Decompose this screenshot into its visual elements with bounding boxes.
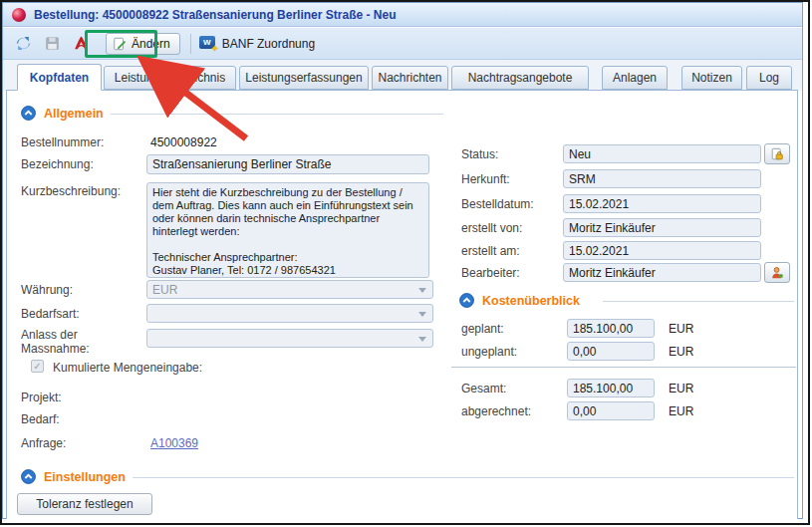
gesamt-field: 185.100,00 [567,379,655,397]
tab-leistungserfassungen[interactable]: Leistungserfassungen [239,66,369,90]
save-icon[interactable] [44,35,61,52]
title-bar: Bestellung: 4500008922 Straßensanierung … [3,3,802,27]
app-sphere-icon [11,7,27,23]
herkunft-label: Herkunft: [461,172,510,186]
anfrage-label: Anfrage: [21,436,66,450]
section-line [603,301,794,302]
section-allgemein: Allgemein [21,106,104,121]
kurzbeschreibung-label: Kurzbeschreibung: [21,184,121,198]
kurzbeschreibung-textarea[interactable]: Hier steht die Kurzbeschreibung zu der B… [146,182,429,278]
bearbeiter-label: Bearbeiter: [461,266,520,280]
erstellt-von-label: erstellt von: [461,221,522,235]
bearbeiter-field: Moritz Einkäufer [563,263,761,282]
tab-strip: Kopfdaten Leistungsverzeichnis Leistungs… [3,60,802,91]
bedarfsart-select[interactable] [146,304,433,323]
collapse-arrow-icon[interactable] [21,469,36,484]
kopfdaten-panel: Allgemein Bestellnummer: 4500008922 Beze… [6,90,798,519]
bezeichnung-label: Bezeichnung: [21,157,94,171]
window-title: Bestellung: 4500008922 Straßensanierung … [34,8,396,22]
section-line [111,114,443,115]
herkunft-field: SRM [563,169,761,188]
currency-label: EUR [669,404,693,418]
bestelldatum-field: 15.02.2021 [563,194,761,213]
person-icon [770,266,784,280]
erstellt-von-field: Moritz Einkäufer [563,218,761,237]
currency-label: EUR [669,322,693,336]
bedarf-label: Bedarf: [21,412,60,426]
bestellnummer-value: 4500008922 [150,135,217,149]
refresh-icon[interactable] [15,35,32,52]
application-window: Bestellung: 4500008922 Straßensanierung … [2,2,803,519]
toleranz-festlegen-button[interactable]: Toleranz festlegen [17,493,152,515]
tab-nachrichten[interactable]: Nachrichten [372,66,448,90]
waehrung-select[interactable]: EUR [146,280,433,299]
anlass-label: Anlass der Massnahme: [21,328,133,356]
bestellnummer-label: Bestellnummer: [21,135,104,149]
section-allgemein-title: Allgemein [44,107,104,121]
status-field: Neu [563,144,761,163]
kosten-divider [451,367,796,368]
tab-log[interactable]: Log [746,66,792,90]
geplant-field: 185.100,00 [567,319,655,338]
bedarfsart-label: Bedarfsart: [21,307,80,321]
currency-label: EUR [669,382,693,395]
section-line [133,477,794,478]
tab-leistungsverzeichnis[interactable]: Leistungsverzeichnis [104,66,236,90]
tab-kopfdaten[interactable]: Kopfdaten [17,64,102,91]
banf-label: BANF Zuordnung [222,37,315,51]
status-history-button[interactable] [764,143,790,164]
collapse-arrow-icon[interactable] [21,106,36,121]
bezeichnung-field[interactable]: Straßensanierung Berliner Straße [146,154,429,174]
banf-transaction-icon: W✦ [199,36,217,51]
anlass-select[interactable] [146,329,433,348]
collapse-arrow-icon[interactable] [459,293,474,308]
section-einstellungen: Einstellungen [21,469,126,484]
waehrung-label: Währung: [21,283,73,297]
ungeplant-field: 0,00 [567,342,655,361]
toolbar-separator [190,34,191,54]
section-kosten-title: Kostenüberblick [482,294,580,308]
banf-zuordnung-button[interactable]: W✦ BANF Zuordnung [199,36,315,51]
geplant-label: geplant: [461,322,504,336]
tab-notizen[interactable]: Notizen [681,66,742,90]
tab-nachtragsangebote[interactable]: Nachtragsangebote [451,66,589,90]
erstellt-am-field: 15.02.2021 [563,241,761,260]
document-lock-icon [770,147,784,161]
kumulierte-label: Kumulierte Mengeneingabe: [53,361,202,375]
currency-label: EUR [669,345,693,359]
abgerechnet-label: abgerechnet: [461,404,531,418]
status-label: Status: [461,147,498,161]
abgerechnet-field: 0,00 [567,401,655,420]
kumulierte-checkbox[interactable]: ✓ [31,360,44,373]
tab-anlagen[interactable]: Anlagen [602,66,668,90]
gesamt-label: Gesamt: [461,382,506,395]
section-einstellungen-title: Einstellungen [44,470,126,484]
annotation-highlight-box [85,30,157,58]
ungeplant-label: ungeplant: [461,345,517,359]
section-kostenueberblick: Kostenüberblick [459,293,580,308]
anfrage-link[interactable]: A100369 [150,436,198,450]
projekt-label: Projekt: [21,391,62,404]
bestelldatum-label: Bestelldatum: [461,197,534,211]
erstellt-am-label: erstellt am: [461,244,520,258]
bearbeiter-change-button[interactable] [764,262,790,283]
